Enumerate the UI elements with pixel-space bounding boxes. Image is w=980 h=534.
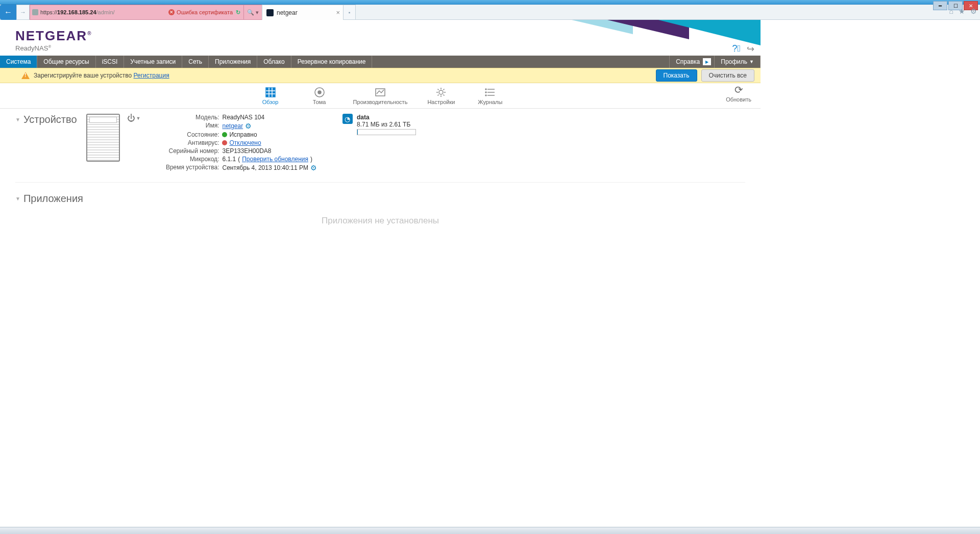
device-name-link[interactable]: netgear: [222, 122, 243, 130]
page-header: NETGEAR® ReadyNAS® ?⃝ ↪: [0, 20, 761, 56]
logout-icon[interactable]: ↪: [747, 43, 754, 55]
device-section-title[interactable]: ▼ Устройство: [15, 114, 77, 125]
browser-toolbar: ← → https://192.168.185.24/admin/ ✕ Ошиб…: [0, 5, 980, 20]
brand-subtitle: ReadyNAS®: [15, 44, 51, 52]
value-time: Сентябрь 4, 2013 10:40:11 PM: [222, 164, 308, 171]
svg-rect-0: [266, 88, 275, 97]
svg-point-13: [485, 92, 486, 93]
favicon-icon: [266, 9, 274, 16]
nav-apps[interactable]: Приложения: [209, 56, 257, 68]
tab-title: netgear: [277, 9, 298, 16]
subnav-overview[interactable]: Обзор: [255, 87, 286, 105]
window-minimize[interactable]: ━: [933, 1, 947, 10]
device-image: [86, 114, 120, 162]
tab-close-icon[interactable]: ×: [336, 9, 340, 16]
address-bar[interactable]: https://192.168.185.24/admin/ ✕ Ошибка с…: [30, 5, 244, 20]
label-time: Время устройства:: [151, 164, 222, 172]
check-updates-link[interactable]: Проверить обновления: [242, 156, 308, 163]
volume-usage: 8.71 МБ из 2.61 ТБ: [357, 121, 416, 128]
apps-section-title[interactable]: ▼ Приложения: [15, 193, 745, 205]
play-icon: ▶: [703, 58, 711, 65]
label-firmware: Микрокод:: [151, 156, 222, 163]
browser-tab[interactable]: netgear ×: [262, 5, 344, 20]
label-serial: Серийный номер:: [151, 147, 222, 155]
reload-icon[interactable]: ↻: [236, 9, 240, 16]
antivirus-link[interactable]: Отключено: [229, 139, 261, 146]
status-off-icon: [222, 140, 227, 145]
volume-name: data: [357, 114, 416, 121]
device-section: ▼ Устройство ⏻▼ Модель:ReadyNAS 104 Имя:…: [15, 114, 745, 183]
nav-backup[interactable]: Резервное копирование: [291, 56, 373, 68]
windows-taskbar[interactable]: [0, 527, 980, 534]
label-antivirus: Антивирус:: [151, 139, 222, 146]
edit-time-icon[interactable]: ⚙: [310, 164, 317, 172]
page-content: NETGEAR® ReadyNAS® ?⃝ ↪ Система Общие ре…: [0, 20, 761, 534]
lock-icon: [32, 9, 38, 15]
grid-icon: [265, 87, 276, 98]
collapse-icon: ▼: [15, 117, 20, 122]
show-button[interactable]: Показать: [656, 69, 697, 82]
chevron-down-icon: ▼: [749, 59, 754, 64]
registration-banner: Зарегистрируйте ваше устройство Регистра…: [0, 68, 761, 83]
nav-cloud[interactable]: Облако: [257, 56, 291, 68]
banner-text: Зарегистрируйте ваше устройство Регистра…: [34, 72, 169, 79]
gear-icon: [435, 87, 447, 98]
subnav-volumes[interactable]: Тома: [304, 87, 335, 105]
subnav-performance[interactable]: Производительность: [353, 87, 408, 105]
refresh-icon: ⟳: [733, 84, 744, 95]
nav-accounts[interactable]: Учетные записи: [124, 56, 182, 68]
svg-point-8: [439, 90, 443, 94]
new-tab-button[interactable]: ▪: [344, 5, 356, 20]
volume-icon: ◔: [342, 114, 353, 124]
subnav-logs[interactable]: Журналы: [475, 87, 505, 105]
device-info: Модель:ReadyNAS 104 Имя:netgear⚙ Состоян…: [151, 114, 317, 173]
registration-link[interactable]: Регистрация: [134, 72, 169, 79]
apps-section: ▼ Приложения Приложения не установлены: [15, 193, 745, 226]
nav-help[interactable]: Справка▶: [669, 56, 715, 68]
subnav-settings[interactable]: Настройки: [426, 87, 456, 105]
nav-system[interactable]: Система: [0, 56, 37, 68]
svg-point-6: [318, 91, 321, 94]
cert-error-icon: ✕: [168, 9, 175, 15]
edit-name-icon[interactable]: ⚙: [245, 122, 252, 130]
power-button[interactable]: ⏻▼: [127, 114, 141, 123]
tools-icon[interactable]: ⚙: [970, 7, 977, 15]
main-nav: Система Общие ресурсы iSCSI Учетные запи…: [0, 56, 761, 68]
window-titlebar: ━ ☐ ✕: [0, 0, 980, 5]
refresh-button[interactable]: ⟳ Обновить: [726, 84, 751, 103]
disk-icon: [314, 87, 325, 98]
certificate-error[interactable]: ✕ Ошибка сертификата ↻: [168, 9, 240, 16]
status-ok-icon: [222, 132, 227, 137]
chart-icon: [375, 87, 386, 98]
volume-bar: [357, 129, 416, 135]
collapse-icon: ▼: [15, 196, 20, 201]
brand-logo: NETGEAR®: [15, 28, 92, 44]
list-icon: [484, 87, 496, 98]
help-icon[interactable]: ?⃝: [732, 43, 741, 55]
search-dropdown[interactable]: 🔍 ▾: [244, 5, 262, 20]
label-name: Имя:: [151, 122, 222, 130]
header-decoration: [556, 20, 761, 56]
svg-point-14: [485, 95, 486, 96]
apps-empty-text: Приложения не установлены: [15, 208, 745, 226]
nav-network[interactable]: Сеть: [182, 56, 209, 68]
value-serial: 3EP133EH00DA8: [222, 147, 271, 155]
nav-profile[interactable]: Профиль▼: [715, 56, 761, 68]
label-model: Модель:: [151, 114, 222, 121]
favorites-icon[interactable]: ★: [959, 7, 965, 15]
home-icon[interactable]: ⌂: [949, 7, 953, 15]
url-text: https://192.168.185.24/admin/: [40, 9, 115, 15]
nav-shares[interactable]: Общие ресурсы: [37, 56, 95, 68]
clear-all-button[interactable]: Очистить все: [701, 69, 754, 82]
value-model: ReadyNAS 104: [222, 114, 264, 121]
sub-nav: Обзор Тома Производительность Настройки …: [0, 83, 761, 109]
volume-card[interactable]: ◔ data 8.71 МБ из 2.61 ТБ: [342, 114, 416, 135]
svg-point-12: [485, 89, 486, 90]
value-state: Исправно: [229, 131, 257, 138]
nav-iscsi[interactable]: iSCSI: [96, 56, 125, 68]
value-firmware: 6.1.1: [222, 156, 236, 163]
label-state: Состояние:: [151, 131, 222, 138]
browser-forward-button[interactable]: →: [16, 5, 30, 20]
browser-back-button[interactable]: ←: [0, 5, 16, 20]
warning-icon: [21, 72, 30, 79]
